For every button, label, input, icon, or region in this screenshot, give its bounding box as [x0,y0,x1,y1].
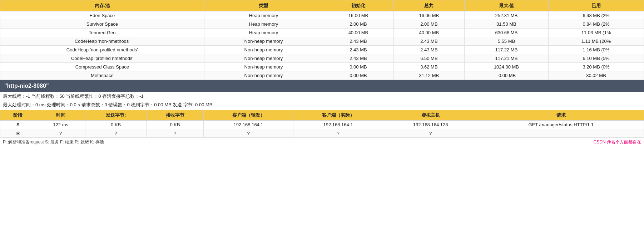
footer-brand: CSDN @名个方面都自在 [593,139,641,145]
memory-pool-table: 内存.池 类型 初始化 总共 最大.值 已用 Eden SpaceHeap me… [0,0,644,80]
connector-col-header: 虚拟主机 [383,110,478,121]
connector-col-header: 发送字节: [85,110,146,121]
cell-init: 2.43 MB [323,37,394,46]
connector-cell-received: ? [146,129,203,138]
cell-total: 3.62 MB [393,63,464,71]
connector-col-header: 客户端（实际） [293,110,383,121]
cell-total: 2.43 MB [393,46,464,54]
cell-used: 1.11 MB (20% [549,37,644,46]
cell-total: 6.50 MB [393,54,464,63]
cell-init: 0.00 MB [323,71,394,80]
table-row: Eden SpaceHeap memory16.00 MB16.06 MB252… [0,11,644,20]
cell-init: 0.00 MB [323,63,394,71]
cell-total: 31.12 MB [393,71,464,80]
connector-cell-stage: R [0,129,36,138]
table-row: MetaspaceNon-heap memory0.00 MB31.12 MB-… [0,71,644,80]
cell-init: 2.43 MB [323,54,394,63]
cell-max: 252.31 MB [464,11,548,20]
cell-pool: Compressed Class Space [0,63,204,71]
cell-type: Non-heap memory [204,46,323,54]
connector-col-header: 时间 [36,110,85,121]
connector-cell-client_actual: ? [293,129,383,138]
table-row: CodeHeap 'profiled nmethods'Non-heap mem… [0,54,644,63]
cell-pool: Metaspace [0,71,204,80]
table-row: Tenured GenHeap memory40.00 MB40.00 MB63… [0,29,644,37]
cell-max: 5.55 MB [464,37,548,46]
cell-type: Heap memory [204,29,323,37]
cell-init: 40.00 MB [323,29,394,37]
table-row: CodeHeap 'non-profiled nmethods'Non-heap… [0,46,644,54]
connector-cell-sent: ? [85,129,146,138]
cell-init: 16.00 MB [323,11,394,20]
cell-type: Non-heap memory [204,54,323,63]
cell-total: 40.00 MB [393,29,464,37]
info-line-1: 最大线程：-1 当前线程数：50 当前线程繁忙：0 存活套接字总数：-1 [0,92,644,101]
connector-cell-sent: 0 KB [85,121,146,129]
connector-cell-time: 122 ms [36,121,85,129]
cell-max: -0.00 MB [464,71,548,80]
cell-pool: Eden Space [0,11,204,20]
connector-cell-vhost: ? [383,129,478,138]
connector-col-header: 请求 [478,110,644,121]
col-header-pool: 内存.池 [0,0,204,11]
cell-total: 16.06 MB [393,11,464,20]
connector-cell-time: ? [36,129,85,138]
cell-pool: CodeHeap 'profiled nmethods' [0,54,204,63]
info-line-2: 最大处理时间：0 ms 处理时间：0.0 s 请求总数：0 错误数：0 收到字节… [0,101,644,109]
col-header-used: 已用 [549,0,644,11]
connector-row: R?????? [0,129,644,138]
connector-cell-request: GET /manager/status HTTP/1.1 [478,121,644,129]
cell-type: Heap memory [204,11,323,20]
cell-used: 1.16 MB (0% [549,46,644,54]
cell-pool: CodeHeap 'non-profiled nmethods' [0,46,204,54]
cell-type: Non-heap memory [204,71,323,80]
cell-max: 31.50 MB [464,20,548,29]
table-row: Survivor SpaceHeap memory2.00 MB2.00 MB3… [0,20,644,29]
cell-max: 1024.00 MB [464,63,548,71]
connector-cell-client_forward: 192.168.164.1 [204,121,293,129]
connector-cell-client_actual: 192.168.164.1 [293,121,383,129]
footer-note-text: P: 解析和准备request S: 服务 F: 结束 R: 就绪 K: 存活 [3,139,104,145]
cell-used: 6.48 MB (2% [549,11,644,20]
cell-type: Non-heap memory [204,37,323,46]
cell-max: 117.22 MB [464,46,548,54]
connector-cell-received: 0 KB [146,121,203,129]
connector-col-header: 接收字节 [146,110,203,121]
connector-cell-stage: S [0,121,36,129]
cell-used: 0.84 MB (2% [549,20,644,29]
col-header-type: 类型 [204,0,323,11]
cell-max: 117.21 MB [464,54,548,63]
connector-cell-request [478,129,644,138]
section-header: "http-nio2-8080" [0,80,644,92]
cell-total: 2.00 MB [393,20,464,29]
table-row: CodeHeap 'non-nmethods'Non-heap memory2.… [0,37,644,46]
cell-used: 3.20 MB (0% [549,63,644,71]
connector-col-header: 阶段 [0,110,36,121]
cell-init: 2.00 MB [323,20,394,29]
footer: P: 解析和准备request S: 服务 F: 结束 R: 就绪 K: 存活 … [0,138,644,147]
connector-cell-vhost: 192.168.164.128 [383,121,478,129]
cell-used: 11.03 MB (1% [549,29,644,37]
cell-pool: CodeHeap 'non-nmethods' [0,37,204,46]
cell-type: Heap memory [204,20,323,29]
connector-cell-client_forward: ? [204,129,293,138]
cell-used: 6.10 MB (5% [549,54,644,63]
cell-init: 2.43 MB [323,46,394,54]
cell-pool: Tenured Gen [0,29,204,37]
col-header-init: 初始化 [323,0,394,11]
connector-col-header: 客户端（转发） [204,110,293,121]
cell-max: 630.68 MB [464,29,548,37]
table-row: Compressed Class SpaceNon-heap memory0.0… [0,63,644,71]
cell-used: 30.02 MB [549,71,644,80]
cell-pool: Survivor Space [0,20,204,29]
connector-table: 阶段时间发送字节:接收字节客户端（转发）客户端（实际）虚拟主机请求 S122 m… [0,110,644,138]
connector-row: S122 ms0 KB0 KB192.168.164.1192.168.164.… [0,121,644,129]
col-header-max: 最大.值 [464,0,548,11]
cell-type: Non-heap memory [204,63,323,71]
col-header-total: 总共 [393,0,464,11]
cell-total: 2.43 MB [393,37,464,46]
